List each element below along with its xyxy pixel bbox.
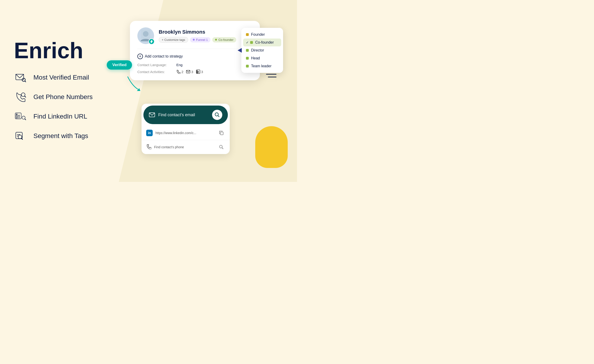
card-header: Brooklyn Simmons + Customize tags Funnel… — [137, 27, 252, 49]
language-value: Eng — [176, 63, 182, 67]
phone-search-icon — [14, 90, 27, 103]
svg-line-4 — [25, 96, 26, 97]
svg-rect-30 — [220, 132, 223, 135]
svg-line-29 — [218, 115, 219, 117]
funnel-tag: Funnel 1 — [190, 37, 211, 42]
yellow-decoration — [255, 126, 288, 168]
linkedin-url-row: in https://www.linkedin.com/c... — [142, 126, 230, 140]
svg-rect-20 — [197, 71, 197, 73]
contact-info: Brooklyn Simmons + Customize tags Funnel… — [159, 29, 252, 43]
add-strategy-button[interactable]: + Add contact to strategy — [137, 54, 252, 59]
svg-point-28 — [215, 113, 218, 116]
left-panel: Enrich Most Verified Email — [14, 40, 111, 142]
contact-name: Brooklyn Simmons — [159, 29, 252, 35]
email-icon — [149, 112, 155, 118]
svg-line-2 — [25, 81, 26, 82]
find-email-text: Find contact's email — [158, 113, 209, 117]
feature-item-segment-tags: Segment with Tags — [14, 129, 111, 142]
cofounder-dot — [215, 39, 217, 40]
dropdown-item-founder[interactable]: Founder — [243, 31, 281, 39]
head-dot — [246, 57, 249, 60]
activities-icons: 2 3 3 — [176, 70, 203, 74]
phone-search-button[interactable] — [218, 143, 225, 151]
arrow-curve-icon — [125, 74, 144, 94]
email-activity: 3 — [186, 70, 193, 74]
dropdown-item-team-leader[interactable]: Team leader — [243, 62, 281, 70]
director-dot — [246, 49, 249, 52]
verified-badge: Verified — [107, 60, 132, 70]
bottom-card: Find contact's email in https://www.link… — [142, 104, 230, 154]
feature-item-phone-numbers: Get Phone Numbers — [14, 90, 111, 103]
svg-line-32 — [222, 148, 223, 149]
phone-activity: 2 — [176, 70, 183, 74]
contact-tags: + Customize tags Funnel 1 Co-founder — [159, 37, 252, 43]
teamleader-dot — [246, 65, 249, 67]
contact-activities-row: Contact Activities: 2 3 3 — [137, 70, 252, 74]
tag-search-icon — [14, 129, 27, 142]
linkedin-search-icon — [14, 110, 27, 123]
plus-icon: + — [137, 54, 143, 59]
language-label: Contact Language: — [137, 63, 175, 67]
card-body: + Add contact to strategy Contact Langua… — [137, 54, 252, 74]
main-title: Enrich — [14, 40, 111, 62]
contact-language-row: Contact Language: Eng — [137, 63, 252, 67]
checkmark-icon: ✓ — [246, 40, 249, 44]
dropdown-item-head[interactable]: Head — [243, 54, 281, 62]
feature-label-verified-email: Most Verified Email — [34, 74, 89, 81]
avatar-wrap — [137, 27, 154, 44]
feature-label-segment-tags: Segment with Tags — [34, 132, 88, 140]
svg-point-7 — [16, 114, 17, 115]
svg-point-31 — [220, 145, 222, 148]
find-phone-text: Find contact's phone — [154, 145, 215, 149]
email-search-icon — [14, 71, 27, 84]
lightning-badge — [148, 39, 155, 45]
cofounder-dot-menu — [250, 41, 253, 44]
activities-label: Contact Activities: — [137, 70, 175, 74]
linkedin-activity: 3 — [196, 70, 203, 74]
cofounder-tag: Co-founder — [212, 37, 236, 42]
find-phone-row[interactable]: Find contact's phone — [142, 140, 230, 154]
linkedin-icon: in — [146, 130, 153, 136]
svg-point-21 — [197, 71, 197, 71]
dropdown-arrow — [238, 48, 242, 53]
feature-label-linkedin-url: Find LinkedIn URL — [34, 113, 87, 120]
svg-line-10 — [25, 119, 26, 120]
customize-tags-button[interactable]: + Customize tags — [159, 37, 188, 43]
email-search-button[interactable] — [212, 110, 222, 120]
founder-dot — [246, 33, 249, 36]
dropdown-menu: Founder ✓ Co-founder Director Head Team … — [241, 28, 283, 73]
copy-button[interactable] — [218, 129, 225, 137]
find-email-row[interactable]: Find contact's email — [143, 106, 228, 124]
phone-icon — [146, 144, 151, 150]
svg-line-13 — [21, 138, 22, 139]
feature-label-phone-numbers: Get Phone Numbers — [34, 93, 93, 101]
linkedin-url-text: https://www.linkedin.com/c... — [155, 131, 215, 135]
right-panel: Brooklyn Simmons + Customize tags Funnel… — [111, 9, 283, 173]
funnel-dot — [193, 39, 195, 40]
dropdown-item-director[interactable]: Director — [243, 46, 281, 54]
feature-item-linkedin-url: Find LinkedIn URL — [14, 110, 111, 123]
svg-rect-6 — [16, 115, 17, 118]
svg-rect-17 — [141, 30, 150, 39]
feature-list: Most Verified Email Get Phone Numbers — [14, 71, 111, 142]
dropdown-item-cofounder[interactable]: ✓ Co-founder — [243, 39, 281, 46]
feature-item-verified-email: Most Verified Email — [14, 71, 111, 84]
